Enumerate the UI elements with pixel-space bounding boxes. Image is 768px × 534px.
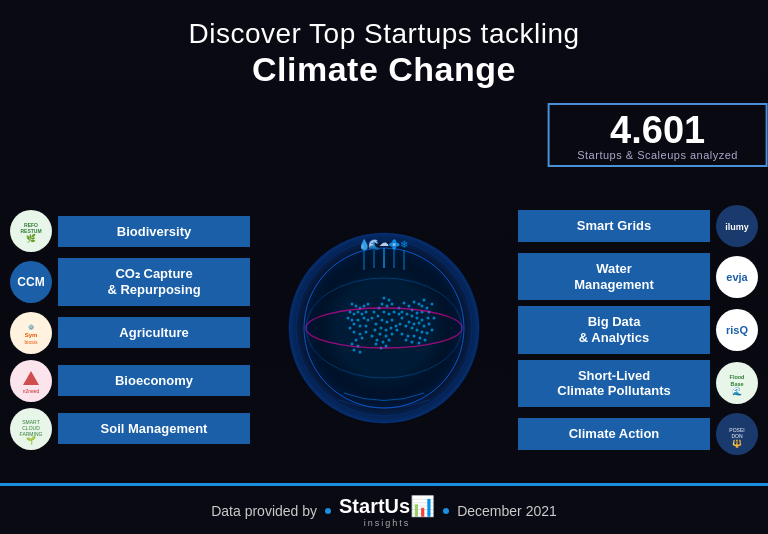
- footer-brand-sub: insights: [364, 518, 411, 528]
- bioeconomy-label: Bioeconomy: [58, 365, 250, 397]
- svg-text:🌊: 🌊: [732, 386, 742, 396]
- list-item: POSEI DON 🔱 Climate Action: [518, 413, 758, 455]
- svg-text:risQ: risQ: [726, 324, 748, 336]
- logo-evja: evja: [716, 256, 758, 298]
- logo-ilumy: ilumy: [716, 205, 758, 247]
- logo-floodbase: Flood Base 🌊: [716, 362, 758, 404]
- logo-smartcloud: SMART CLOUD FARMING 🌱: [10, 408, 52, 450]
- svg-text:Flood: Flood: [730, 374, 745, 380]
- right-column: ilumy Smart Grids evja WaterManagement: [518, 205, 758, 455]
- list-item: Flood Base 🌊 Short-LivedClimate Pollutan…: [518, 360, 758, 407]
- svg-text:evja: evja: [726, 271, 748, 283]
- smartgrids-label: Smart Grids: [518, 210, 710, 242]
- list-item: risQ Big Data& Analytics: [518, 306, 758, 353]
- svg-text:CCM: CCM: [17, 275, 44, 289]
- main-content: REFO RESTUM 🌿 Biodiversity CCM CO₂ Captu…: [0, 173, 768, 483]
- list-item: REFO RESTUM 🌿 Biodiversity: [10, 210, 250, 252]
- main-container: Discover Top Startups tackling Climate C…: [0, 0, 768, 534]
- water-label: WaterManagement: [518, 253, 710, 300]
- logo-poseidon: POSEI DON 🔱: [716, 413, 758, 455]
- globe-visualization: 💧 🌊 ☁ 💠 ❄: [284, 228, 484, 428]
- svg-text:⚙️: ⚙️: [28, 324, 35, 331]
- logo-ccm: CCM: [10, 261, 52, 303]
- biodiversity-label: Biodiversity: [58, 216, 250, 248]
- header: Discover Top Startups tackling Climate C…: [0, 0, 768, 97]
- list-item: evja WaterManagement: [518, 253, 758, 300]
- counter-box: 4.601 Startups & Scaleups analyzed: [547, 103, 768, 167]
- logo-nature2need: n2need: [10, 360, 52, 402]
- footer-data-provided: Data provided by: [211, 503, 317, 519]
- list-item: ilumy Smart Grids: [518, 205, 758, 247]
- list-item: CCM CO₂ Capture& Repurposing: [10, 258, 250, 305]
- co2-label: CO₂ Capture& Repurposing: [58, 258, 250, 305]
- counter-number: 4.601: [577, 111, 738, 149]
- svg-text:biosis: biosis: [25, 339, 38, 345]
- footer: Data provided by StartUs📊 insights Decem…: [0, 483, 768, 532]
- footer-brand-name: StartUs📊: [339, 494, 435, 518]
- list-item: SMART CLOUD FARMING 🌱 Soil Management: [10, 408, 250, 450]
- climate-action-label: Climate Action: [518, 418, 710, 450]
- list-item: ⚙️ Sym biosis Agriculture: [10, 312, 250, 354]
- list-item: n2need Bioeconomy: [10, 360, 250, 402]
- svg-text:Sym: Sym: [25, 332, 38, 338]
- svg-text:🌱: 🌱: [26, 435, 36, 445]
- footer-dot-left: [325, 508, 331, 514]
- svg-text:ilumy: ilumy: [725, 222, 749, 232]
- svg-point-135: [289, 233, 479, 423]
- svg-text:🌿: 🌿: [26, 233, 36, 243]
- left-column: REFO RESTUM 🌿 Biodiversity CCM CO₂ Captu…: [10, 210, 250, 449]
- bigdata-label: Big Data& Analytics: [518, 306, 710, 353]
- header-line1: Discover Top Startups tackling: [0, 18, 768, 50]
- soil-label: Soil Management: [58, 413, 250, 445]
- logo-reforestum: REFO RESTUM 🌿: [10, 210, 52, 252]
- footer-brand-wrap: StartUs📊 insights: [339, 494, 435, 528]
- logo-risq: risQ: [716, 309, 758, 351]
- footer-brand-chart: 📊: [410, 495, 435, 517]
- counter-label: Startups & Scaleups analyzed: [577, 149, 738, 161]
- agriculture-label: Agriculture: [58, 317, 250, 349]
- footer-date: December 2021: [457, 503, 557, 519]
- header-line2: Climate Change: [0, 50, 768, 89]
- logo-symbiosis: ⚙️ Sym biosis: [10, 312, 52, 354]
- footer-dot-right: [443, 508, 449, 514]
- svg-text:n2need: n2need: [23, 388, 40, 394]
- pollutants-label: Short-LivedClimate Pollutants: [518, 360, 710, 407]
- svg-text:🔱: 🔱: [732, 438, 742, 448]
